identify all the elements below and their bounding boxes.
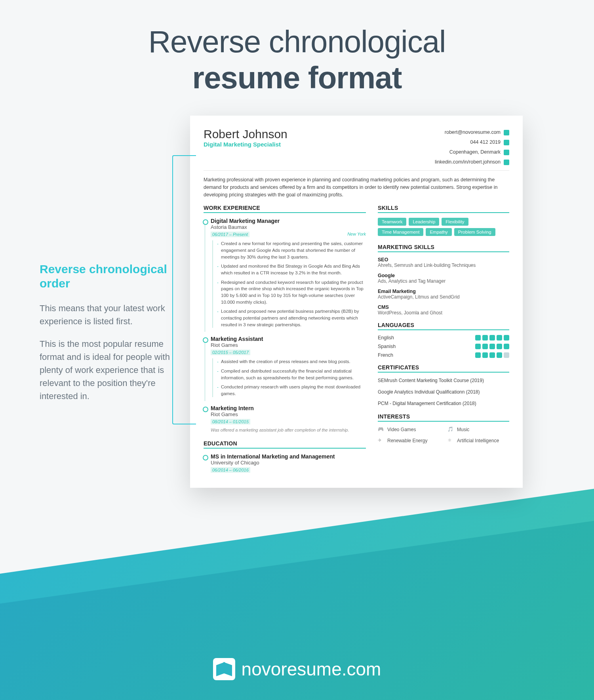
linkedin-icon: [504, 160, 509, 165]
page-title: Reverse chronologicalresume format: [0, 0, 594, 104]
sidebar-callout: Reverse chronological order This means t…: [40, 116, 174, 488]
skill-tags: TeamworkLeadershipFlexibilityTime Manage…: [378, 218, 509, 236]
section-marketing-skills: MARKETING SKILLS: [378, 244, 509, 252]
callout-title: Reverse chronological order: [40, 262, 174, 291]
job-item: Marketing AssistantRiot Games02/2015 – 0…: [204, 336, 366, 397]
section-interests: INTERESTS: [378, 413, 509, 422]
callout-text: This is the most popular resume format a…: [40, 337, 174, 403]
resume-document: Robert Johnson Digital Marketing Special…: [190, 116, 523, 488]
section-work: WORK EXPERIENCE: [204, 205, 366, 213]
section-certificates: CERTIFICATES: [378, 364, 509, 373]
resume-role: Digital Marketing Specialist: [204, 141, 287, 148]
interest-item: 🎵Music: [447, 426, 509, 433]
interest-item: 🎮Video Games: [378, 426, 440, 433]
mail-icon: [504, 130, 509, 135]
education-item: MS in International Marketing and Manage…: [204, 453, 366, 473]
skill-tag: Time Management: [378, 228, 423, 236]
logo-icon: [213, 658, 235, 680]
certificate-item: Google Analytics Individual Qualificatio…: [378, 389, 509, 396]
callout-text: This means that your latest work experie…: [40, 302, 174, 328]
language-item: French: [378, 352, 509, 358]
phone-icon: [504, 140, 509, 145]
interests-grid: 🎮Video Games🎵Music✈Renewable Energy⚛Arti…: [378, 426, 509, 444]
skill-item: Email MarketingActiveCampaign, Litmus an…: [378, 289, 509, 300]
section-languages: LANGUAGES: [378, 322, 509, 330]
skill-tag: Empathy: [426, 228, 451, 236]
skill-tag: Flexibility: [442, 218, 468, 226]
resume-summary: Marketing professional with proven exper…: [204, 176, 509, 198]
contact-block: robert@novoresume.com 044 412 2019 Copen…: [435, 127, 509, 167]
section-skills: SKILLS: [378, 205, 509, 213]
interest-item: ⚛Artificial Intelligence: [447, 438, 509, 444]
resume-name: Robert Johnson: [204, 127, 287, 141]
job-item: Digital Marketing ManagerAstoria Baumax0…: [204, 218, 366, 328]
skill-tag: Teamwork: [378, 218, 406, 226]
certificate-item: PCM - Digital Management Certification (…: [378, 400, 509, 407]
certificate-item: SEMrush Content Marketing Toolkit Course…: [378, 377, 509, 384]
language-item: English: [378, 335, 509, 340]
footer-brand: novoresume.com: [0, 658, 594, 680]
skill-tag: Problem Solving: [454, 228, 495, 236]
language-item: Spanish: [378, 344, 509, 349]
job-item: Marketing InternRiot Games08/2014 – 01/2…: [204, 405, 366, 432]
interest-item: ✈Renewable Energy: [378, 438, 440, 444]
skill-item: SEOAhrefs, Semrush and Link-building Tec…: [378, 257, 509, 268]
section-education: EDUCATION: [204, 440, 366, 449]
connector-line: [172, 155, 196, 424]
location-icon: [504, 150, 509, 155]
skill-tag: Leadership: [409, 218, 439, 226]
skill-item: GoogleAds, Analytics and Tag Manager: [378, 273, 509, 284]
skill-item: CMSWordPress, Joomla and Ghost: [378, 304, 509, 316]
